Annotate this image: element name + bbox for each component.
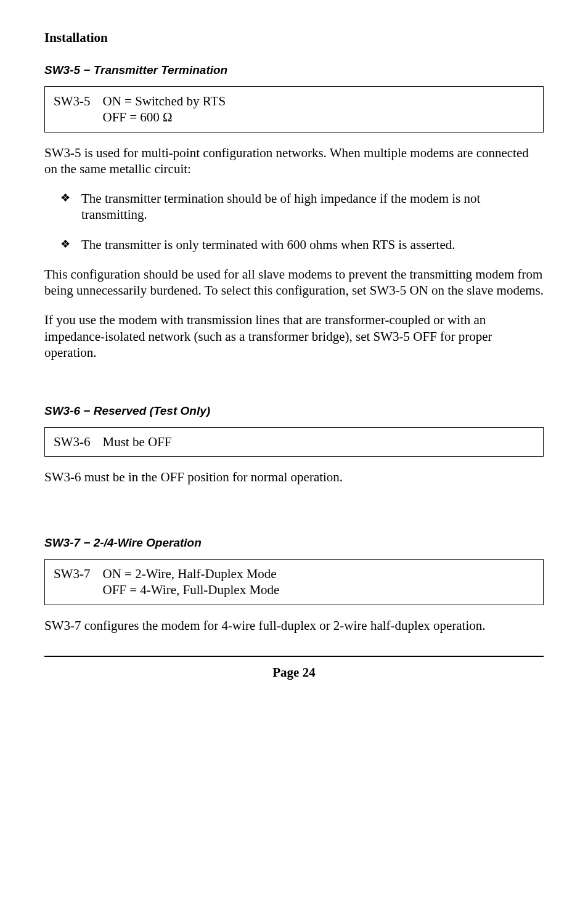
config-key-sw37: SW3-7 [54, 566, 91, 598]
paragraph: SW3-7 configures the modem for 4-wire fu… [44, 618, 544, 634]
paragraph: If you use the modem with transmission l… [44, 312, 544, 361]
config-value-sw37-line2: OFF = 4-Wire, Full-Duplex Mode [103, 582, 280, 598]
paragraph: This configuration should be used for al… [44, 266, 544, 299]
paragraph: SW3-5 is used for multi-point configurat… [44, 145, 544, 177]
diamond-bullet-icon: ❖ [60, 190, 70, 223]
config-value-sw37-line1: ON = 2-Wire, Half-Duplex Mode [103, 566, 280, 582]
list-item: ❖ The transmitter is only terminated wit… [60, 237, 544, 253]
paragraph: SW3-6 must be in the OFF position for no… [44, 469, 544, 485]
config-value-sw36-line1: Must be OFF [103, 434, 172, 450]
config-value-sw35-line1: ON = Switched by RTS [103, 93, 226, 109]
config-box-sw37: SW3-7 ON = 2-Wire, Half-Duplex Mode OFF … [44, 559, 544, 605]
section-label-sw35: SW3-5 − Transmitter Termination [44, 63, 544, 78]
diamond-bullet-icon: ❖ [60, 237, 70, 253]
bullet-text: The transmitter termination should be of… [81, 190, 544, 223]
config-key-sw36: SW3-6 [54, 434, 91, 450]
section-label-sw37: SW3-7 − 2-/4-Wire Operation [44, 536, 544, 550]
page-number: Page 24 [44, 664, 544, 680]
list-item: ❖ The transmitter termination should be … [60, 190, 544, 223]
config-box-sw36: SW3-6 Must be OFF [44, 427, 544, 457]
config-box-sw35: SW3-5 ON = Switched by RTS OFF = 600 Ω [44, 86, 544, 132]
bullet-text: The transmitter is only terminated with … [81, 237, 544, 253]
bullet-list: ❖ The transmitter termination should be … [44, 190, 544, 253]
page-title: Installation [44, 30, 544, 46]
section-label-sw36: SW3-6 − Reserved (Test Only) [44, 404, 544, 418]
config-key-sw35: SW3-5 [54, 93, 91, 126]
config-value-sw35-line2: OFF = 600 Ω [103, 109, 226, 125]
footer-divider [44, 656, 544, 657]
